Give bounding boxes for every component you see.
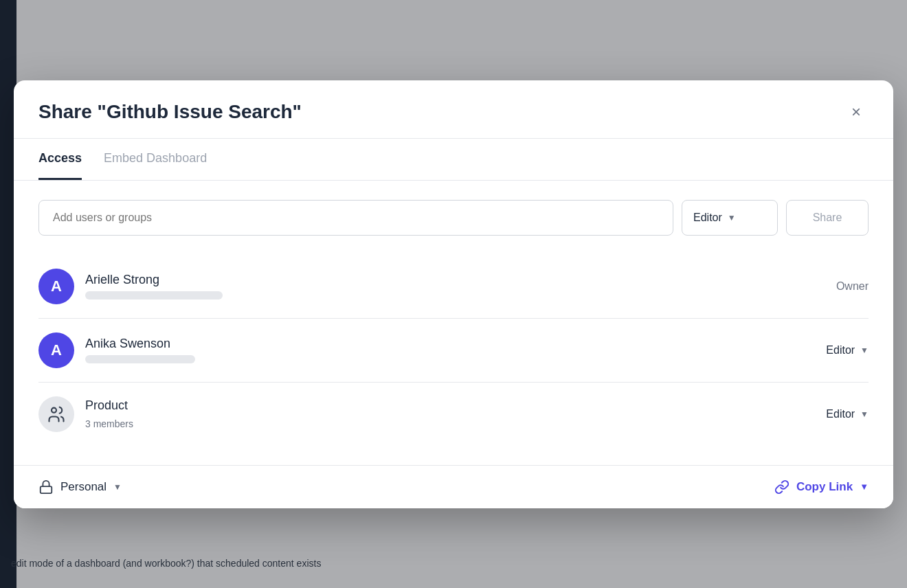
tab-embed-dashboard[interactable]: Embed Dashboard — [104, 139, 207, 180]
modal-title: Share "Github Issue Search" — [38, 101, 302, 123]
user-info: Arielle Strong — [85, 273, 836, 299]
modal-body: Editor ▼ Share A Arielle Strong Owner — [14, 181, 893, 465]
group-role-label: Editor — [826, 408, 855, 420]
role-selector-label: Editor — [693, 212, 722, 224]
search-row: Editor ▼ Share — [38, 200, 869, 236]
role-selector-chevron-icon: ▼ — [728, 213, 736, 223]
svg-rect-1 — [41, 486, 52, 493]
avatar: A — [38, 269, 74, 304]
group-icon — [47, 405, 66, 424]
close-button[interactable]: × — [844, 100, 869, 124]
user-role-label: Editor — [826, 344, 855, 357]
user-list: A Arielle Strong Owner A Anika Swenson — [38, 255, 869, 446]
avatar — [38, 396, 74, 432]
personal-label: Personal — [60, 480, 107, 494]
table-row: Product 3 members Editor ▼ — [38, 383, 869, 446]
group-name: Product — [85, 398, 826, 413]
modal-footer: Personal ▼ Copy Link ▼ — [14, 465, 893, 508]
link-icon — [774, 479, 790, 495]
user-role-label: Owner — [836, 280, 869, 293]
user-subtitle-bar — [85, 291, 223, 299]
copy-link-label: Copy Link — [796, 480, 853, 494]
user-role-dropdown-button[interactable]: Editor ▼ — [826, 344, 869, 357]
search-input[interactable] — [38, 200, 673, 236]
role-selector-button[interactable]: Editor ▼ — [682, 200, 778, 236]
copy-link-chevron-icon: ▼ — [860, 482, 869, 492]
modal-header: Share "Github Issue Search" × — [14, 80, 893, 139]
share-button[interactable]: Share — [786, 200, 869, 236]
lock-icon — [38, 479, 54, 495]
share-modal: Share "Github Issue Search" × Access Emb… — [14, 80, 893, 508]
table-row: A Anika Swenson Editor ▼ — [38, 319, 869, 383]
chevron-down-icon: ▼ — [860, 409, 869, 419]
tab-bar: Access Embed Dashboard — [14, 139, 893, 181]
personal-chevron-icon: ▼ — [113, 482, 122, 492]
tab-access[interactable]: Access — [38, 139, 82, 180]
user-info: Product 3 members — [85, 398, 826, 429]
chevron-down-icon: ▼ — [860, 346, 869, 355]
group-members-count: 3 members — [85, 418, 826, 429]
group-role-dropdown-button[interactable]: Editor ▼ — [826, 408, 869, 420]
personal-selector-button[interactable]: Personal ▼ — [38, 479, 122, 495]
table-row: A Arielle Strong Owner — [38, 255, 869, 319]
user-info: Anika Swenson — [85, 337, 826, 363]
user-name: Arielle Strong — [85, 273, 836, 287]
copy-link-button[interactable]: Copy Link ▼ — [774, 479, 869, 495]
user-name: Anika Swenson — [85, 337, 826, 351]
svg-point-0 — [52, 407, 56, 412]
modal-overlay: Share "Github Issue Search" × Access Emb… — [0, 0, 907, 588]
avatar: A — [38, 332, 74, 368]
user-subtitle-bar — [85, 355, 195, 363]
